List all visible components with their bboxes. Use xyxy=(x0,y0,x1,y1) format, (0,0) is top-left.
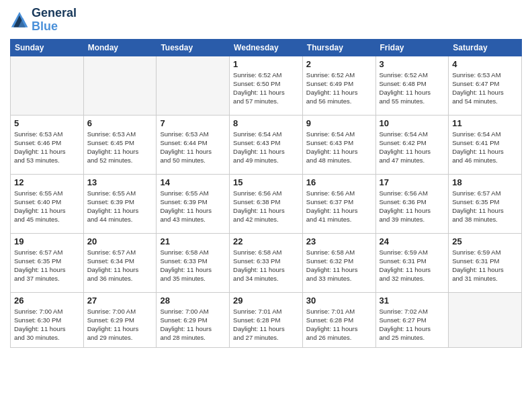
day-number: 28 xyxy=(160,295,226,306)
calendar-week-4: 26Sunrise: 7:00 AM Sunset: 6:30 PM Dayli… xyxy=(11,292,522,347)
calendar-cell: 6Sunrise: 6:53 AM Sunset: 6:45 PM Daylig… xyxy=(83,115,157,174)
calendar-header-row: SundayMondayTuesdayWednesdayThursdayFrid… xyxy=(11,39,522,56)
calendar-cell: 3Sunrise: 6:52 AM Sunset: 6:48 PM Daylig… xyxy=(375,56,449,115)
day-info: Sunrise: 7:01 AM Sunset: 6:28 PM Dayligh… xyxy=(233,307,299,342)
day-number: 2 xyxy=(306,59,372,69)
calendar-week-3: 19Sunrise: 6:57 AM Sunset: 6:35 PM Dayli… xyxy=(11,233,522,292)
day-number: 14 xyxy=(160,177,226,187)
day-info: Sunrise: 6:53 AM Sunset: 6:47 PM Dayligh… xyxy=(452,71,518,106)
day-info: Sunrise: 6:52 AM Sunset: 6:50 PM Dayligh… xyxy=(233,71,299,106)
calendar-header-monday: Monday xyxy=(83,39,157,56)
day-number: 25 xyxy=(452,236,518,246)
calendar-cell: 24Sunrise: 6:59 AM Sunset: 6:31 PM Dayli… xyxy=(375,233,449,292)
day-info: Sunrise: 7:00 AM Sunset: 6:29 PM Dayligh… xyxy=(160,307,226,342)
calendar-week-1: 5Sunrise: 6:53 AM Sunset: 6:46 PM Daylig… xyxy=(11,115,522,174)
calendar: SundayMondayTuesdayWednesdayThursdayFrid… xyxy=(10,39,522,348)
day-number: 21 xyxy=(160,236,226,246)
day-info: Sunrise: 6:56 AM Sunset: 6:38 PM Dayligh… xyxy=(233,189,299,224)
day-number: 27 xyxy=(87,295,153,306)
day-number: 7 xyxy=(160,118,226,128)
day-info: Sunrise: 6:57 AM Sunset: 6:34 PM Dayligh… xyxy=(87,248,153,283)
calendar-cell: 8Sunrise: 6:54 AM Sunset: 6:43 PM Daylig… xyxy=(230,115,303,174)
logo-line1: General xyxy=(32,7,77,20)
calendar-cell xyxy=(83,56,157,115)
calendar-cell: 4Sunrise: 6:53 AM Sunset: 6:47 PM Daylig… xyxy=(449,56,522,115)
calendar-week-0: 1Sunrise: 6:52 AM Sunset: 6:50 PM Daylig… xyxy=(11,56,522,115)
day-info: Sunrise: 6:53 AM Sunset: 6:44 PM Dayligh… xyxy=(160,130,226,165)
day-number: 1 xyxy=(233,59,299,69)
day-number: 19 xyxy=(14,236,80,246)
day-number: 4 xyxy=(452,59,518,69)
header: General Blue xyxy=(10,7,522,34)
day-info: Sunrise: 6:56 AM Sunset: 6:36 PM Dayligh… xyxy=(380,189,445,224)
day-number: 13 xyxy=(87,177,153,187)
calendar-header-friday: Friday xyxy=(375,39,449,56)
logo-text: General Blue xyxy=(32,7,77,34)
calendar-cell: 12Sunrise: 6:55 AM Sunset: 6:40 PM Dayli… xyxy=(11,174,84,233)
page: General Blue SundayMondayTuesdayWednesda… xyxy=(0,0,532,411)
day-number: 3 xyxy=(380,59,445,69)
day-number: 22 xyxy=(233,236,299,246)
calendar-cell: 27Sunrise: 7:00 AM Sunset: 6:29 PM Dayli… xyxy=(83,292,157,347)
calendar-header-thursday: Thursday xyxy=(302,39,375,56)
day-number: 16 xyxy=(306,177,372,187)
calendar-cell: 9Sunrise: 6:54 AM Sunset: 6:43 PM Daylig… xyxy=(302,115,375,174)
calendar-cell: 13Sunrise: 6:55 AM Sunset: 6:39 PM Dayli… xyxy=(83,174,157,233)
calendar-cell: 16Sunrise: 6:56 AM Sunset: 6:37 PM Dayli… xyxy=(302,174,375,233)
calendar-cell: 26Sunrise: 7:00 AM Sunset: 6:30 PM Dayli… xyxy=(11,292,84,347)
day-number: 26 xyxy=(14,295,80,306)
calendar-cell: 17Sunrise: 6:56 AM Sunset: 6:36 PM Dayli… xyxy=(375,174,449,233)
calendar-cell: 19Sunrise: 6:57 AM Sunset: 6:35 PM Dayli… xyxy=(11,233,84,292)
day-number: 12 xyxy=(14,177,80,187)
day-number: 23 xyxy=(306,236,372,246)
calendar-cell: 22Sunrise: 6:58 AM Sunset: 6:33 PM Dayli… xyxy=(230,233,303,292)
day-info: Sunrise: 6:54 AM Sunset: 6:43 PM Dayligh… xyxy=(306,130,372,165)
calendar-cell: 28Sunrise: 7:00 AM Sunset: 6:29 PM Dayli… xyxy=(157,292,230,347)
day-info: Sunrise: 6:54 AM Sunset: 6:43 PM Dayligh… xyxy=(233,130,299,165)
calendar-header-saturday: Saturday xyxy=(449,39,522,56)
calendar-cell xyxy=(11,56,84,115)
day-info: Sunrise: 6:52 AM Sunset: 6:49 PM Dayligh… xyxy=(306,71,372,106)
calendar-header-sunday: Sunday xyxy=(11,39,84,56)
day-number: 10 xyxy=(380,118,445,128)
day-number: 29 xyxy=(233,295,299,306)
day-number: 30 xyxy=(306,295,372,306)
calendar-cell: 21Sunrise: 6:58 AM Sunset: 6:33 PM Dayli… xyxy=(157,233,230,292)
day-info: Sunrise: 6:55 AM Sunset: 6:39 PM Dayligh… xyxy=(160,189,226,224)
logo: General Blue xyxy=(10,7,77,34)
day-info: Sunrise: 6:54 AM Sunset: 6:41 PM Dayligh… xyxy=(452,130,518,165)
day-number: 8 xyxy=(233,118,299,128)
calendar-cell: 5Sunrise: 6:53 AM Sunset: 6:46 PM Daylig… xyxy=(11,115,84,174)
day-info: Sunrise: 6:57 AM Sunset: 6:35 PM Dayligh… xyxy=(14,248,80,283)
day-info: Sunrise: 6:52 AM Sunset: 6:48 PM Dayligh… xyxy=(380,71,445,106)
day-info: Sunrise: 6:58 AM Sunset: 6:33 PM Dayligh… xyxy=(160,248,226,283)
day-info: Sunrise: 6:53 AM Sunset: 6:45 PM Dayligh… xyxy=(87,130,153,165)
calendar-header-tuesday: Tuesday xyxy=(157,39,230,56)
day-info: Sunrise: 6:57 AM Sunset: 6:35 PM Dayligh… xyxy=(452,189,518,224)
day-info: Sunrise: 6:58 AM Sunset: 6:33 PM Dayligh… xyxy=(233,248,299,283)
day-number: 11 xyxy=(452,118,518,128)
day-info: Sunrise: 6:55 AM Sunset: 6:40 PM Dayligh… xyxy=(14,189,80,224)
calendar-cell: 29Sunrise: 7:01 AM Sunset: 6:28 PM Dayli… xyxy=(230,292,303,347)
calendar-cell xyxy=(157,56,230,115)
calendar-cell: 20Sunrise: 6:57 AM Sunset: 6:34 PM Dayli… xyxy=(83,233,157,292)
day-info: Sunrise: 6:59 AM Sunset: 6:31 PM Dayligh… xyxy=(380,248,445,283)
day-info: Sunrise: 6:53 AM Sunset: 6:46 PM Dayligh… xyxy=(14,130,80,165)
calendar-cell: 10Sunrise: 6:54 AM Sunset: 6:42 PM Dayli… xyxy=(375,115,449,174)
day-info: Sunrise: 6:58 AM Sunset: 6:32 PM Dayligh… xyxy=(306,248,372,283)
day-number: 31 xyxy=(380,295,445,306)
calendar-cell: 11Sunrise: 6:54 AM Sunset: 6:41 PM Dayli… xyxy=(449,115,522,174)
day-info: Sunrise: 6:56 AM Sunset: 6:37 PM Dayligh… xyxy=(306,189,372,224)
calendar-cell xyxy=(449,292,522,347)
calendar-cell: 23Sunrise: 6:58 AM Sunset: 6:32 PM Dayli… xyxy=(302,233,375,292)
calendar-cell: 31Sunrise: 7:02 AM Sunset: 6:27 PM Dayli… xyxy=(375,292,449,347)
calendar-cell: 1Sunrise: 6:52 AM Sunset: 6:50 PM Daylig… xyxy=(230,56,303,115)
calendar-week-2: 12Sunrise: 6:55 AM Sunset: 6:40 PM Dayli… xyxy=(11,174,522,233)
day-info: Sunrise: 6:55 AM Sunset: 6:39 PM Dayligh… xyxy=(87,189,153,224)
day-info: Sunrise: 6:59 AM Sunset: 6:31 PM Dayligh… xyxy=(452,248,518,283)
day-info: Sunrise: 7:00 AM Sunset: 6:29 PM Dayligh… xyxy=(87,307,153,342)
day-number: 9 xyxy=(306,118,372,128)
day-number: 18 xyxy=(452,177,518,187)
calendar-cell: 14Sunrise: 6:55 AM Sunset: 6:39 PM Dayli… xyxy=(157,174,230,233)
day-number: 20 xyxy=(87,236,153,246)
